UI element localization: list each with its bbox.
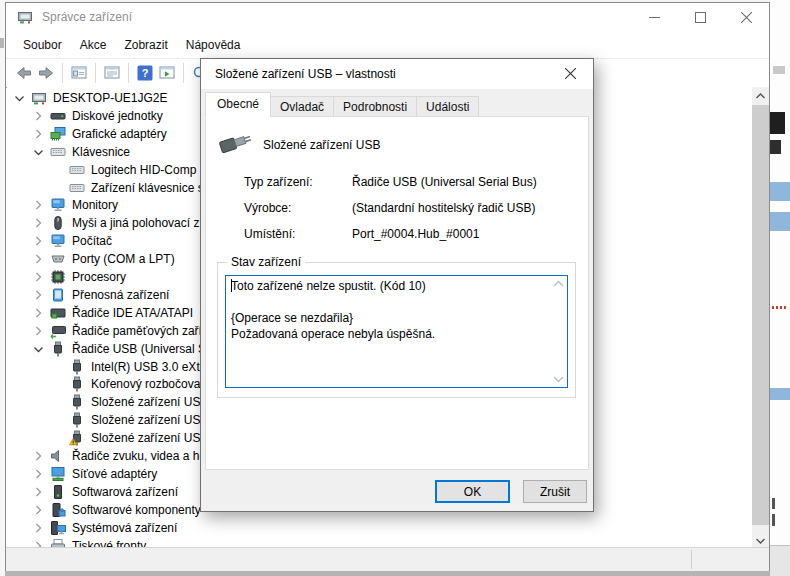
dialog-title: Složené zařízení USB – vlastnosti	[215, 59, 396, 89]
field-label: Typ zařízení:	[244, 175, 313, 189]
keyboard-icon	[50, 144, 66, 160]
menu-napoveda[interactable]: Nápověda	[177, 35, 250, 55]
chevron-collapsed-icon[interactable]	[30, 269, 48, 285]
tab-strip: ObecnéOvladačPodrobnostiUdálosti	[205, 92, 589, 116]
tree-item-label: Monitory	[72, 198, 118, 212]
display-icon	[50, 126, 66, 142]
scroll-down-icon[interactable]	[553, 376, 564, 383]
tree-item[interactable]: Systémová zařízení	[7, 519, 752, 537]
background-fragment	[0, 38, 4, 48]
device-info-row: Typ zařízení:Řadiče USB (Universal Seria…	[206, 171, 588, 197]
tab-obecne[interactable]: Obecné	[205, 92, 271, 118]
tree-item-label: Složené zařízení USB	[91, 395, 208, 409]
background-fragment	[770, 545, 790, 576]
chevron-collapsed-icon[interactable]	[30, 502, 48, 518]
dialog-footer: OK Zrušit	[201, 471, 593, 511]
tree-item-label: Přenosná zařízení	[72, 288, 169, 302]
dialog-close-button[interactable]	[548, 59, 593, 88]
tree-item-label: Klávesnice	[72, 145, 130, 159]
usb-icon	[69, 359, 85, 375]
caption-buttons	[631, 3, 769, 32]
general-tab-panel: Složené zařízení USB Typ zařízení:Řadiče…	[205, 116, 589, 470]
maximize-button[interactable]	[677, 3, 723, 32]
device-name: Složené zařízení USB	[263, 138, 380, 152]
chevron-collapsed-icon[interactable]	[30, 466, 48, 482]
console-tree-button[interactable]	[68, 62, 90, 84]
field-value: Port_#0004.Hub_#0001	[352, 227, 479, 241]
tree-item-label: Síťové adaptéry	[72, 467, 157, 481]
network-icon	[50, 466, 66, 482]
chevron-spacer	[49, 162, 67, 178]
usb-icon	[50, 341, 66, 357]
chevron-collapsed-icon[interactable]	[30, 197, 48, 213]
chevron-collapsed-icon[interactable]	[30, 251, 48, 267]
close-button[interactable]	[723, 3, 769, 32]
chevron-collapsed-icon[interactable]	[30, 233, 48, 249]
minimize-button[interactable]	[631, 3, 677, 32]
usb-icon	[69, 376, 85, 392]
tree-item-label: Softwarová zařízení	[72, 485, 178, 499]
menu-akce[interactable]: Akce	[71, 35, 116, 55]
help-button[interactable]: ?	[134, 62, 156, 84]
selection-highlight-fragment	[770, 388, 790, 400]
chevron-spacer	[49, 412, 67, 428]
selection-highlight-fragment	[770, 212, 790, 231]
chevron-expanded-icon[interactable]	[11, 90, 29, 106]
tree-scrollbar[interactable]	[752, 87, 769, 549]
chevron-collapsed-icon[interactable]	[30, 215, 48, 231]
chevron-expanded-icon[interactable]	[30, 144, 48, 160]
red-squiggle-fragment	[772, 306, 786, 309]
background-fragment	[770, 112, 785, 134]
chevron-collapsed-icon[interactable]	[30, 323, 48, 339]
tree-item-label: Porty (COM a LPT)	[72, 252, 175, 266]
tree-item-label: Systémová zařízení	[72, 521, 177, 535]
chevron-collapsed-icon[interactable]	[30, 305, 48, 321]
tree-item-label: Myši a jiná polohovací z	[72, 216, 199, 230]
sound-icon	[50, 448, 66, 464]
chevron-expanded-icon[interactable]	[30, 341, 48, 357]
scrollbar-up-icon[interactable]	[752, 87, 769, 104]
chevron-spacer	[49, 394, 67, 410]
device-manager-icon	[17, 9, 33, 25]
action-pane-button[interactable]	[156, 62, 178, 84]
chevron-collapsed-icon[interactable]	[30, 520, 48, 536]
scroll-up-icon[interactable]	[553, 280, 564, 287]
chevron-collapsed-icon[interactable]	[30, 126, 48, 142]
usb-icon	[69, 394, 85, 410]
chevron-collapsed-icon[interactable]	[30, 448, 48, 464]
chevron-spacer	[49, 180, 67, 196]
tree-item-label: Zařízení klávesnice s	[91, 181, 204, 195]
tree-item-label: Řadiče USB (Universal Se	[72, 342, 213, 356]
tree-item-label: Složené zařízení USB	[91, 431, 208, 445]
software-icon	[50, 484, 66, 500]
device-status-group-label: Stav zařízení	[227, 255, 305, 269]
toolbar-separator	[62, 63, 63, 83]
keyboard-icon	[69, 180, 85, 196]
chevron-collapsed-icon[interactable]	[30, 484, 48, 500]
monitor-icon	[50, 233, 66, 249]
cancel-button[interactable]: Zrušit	[523, 480, 587, 503]
ok-button[interactable]: OK	[435, 480, 510, 503]
back-button[interactable]	[13, 62, 35, 84]
back-icon	[16, 65, 32, 81]
scrollbar-thumb[interactable]	[752, 105, 769, 525]
tree-item-label: Diskové jednotky	[72, 109, 163, 123]
status-strip-divider	[691, 550, 692, 569]
menu-soubor[interactable]: Soubor	[14, 35, 71, 55]
menu-zobrazit[interactable]: Zobrazit	[115, 35, 176, 55]
tree-item-label: Počítač	[72, 234, 112, 248]
tree-item-label: Softwarové komponenty	[72, 503, 201, 517]
device-status-text-box[interactable]: Toto zařízené nelze spustit. (Kód 10) {O…	[225, 275, 568, 388]
background-fragment	[772, 498, 775, 509]
field-label: Výrobce:	[244, 201, 291, 215]
tree-item-label: Řadiče paměťových zaří	[72, 324, 202, 338]
chevron-collapsed-icon[interactable]	[30, 287, 48, 303]
ide-icon	[50, 305, 66, 321]
chevron-collapsed-icon[interactable]	[30, 108, 48, 124]
window-title: Správce zařízení	[42, 3, 132, 32]
toolbar-separator	[95, 63, 96, 83]
tree-item-label: Řadiče IDE ATA/ATAPI	[72, 306, 193, 320]
forward-button[interactable]	[35, 62, 57, 84]
dialog-title-bar: Složené zařízení USB – vlastnosti	[201, 59, 593, 89]
properties-button[interactable]	[101, 62, 123, 84]
